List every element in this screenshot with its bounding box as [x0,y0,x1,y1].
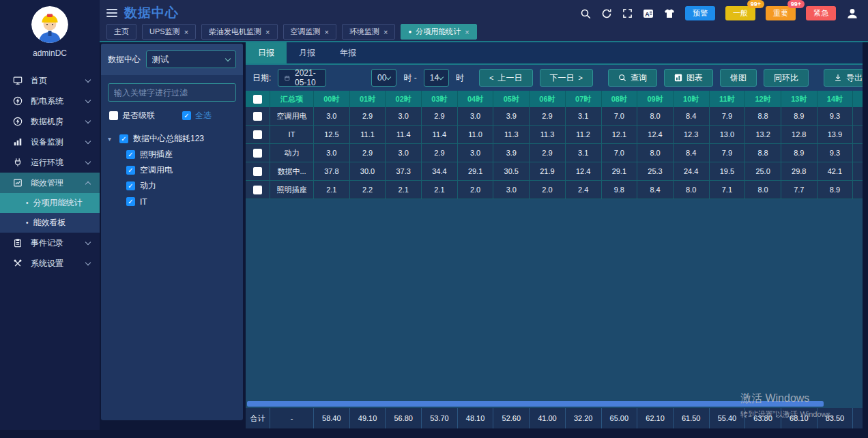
cell-value: 2.1 [422,181,458,199]
tree-checkbox[interactable]: ✓ [126,197,135,206]
total-value: 32.20 [566,408,602,428]
table-row: 动力3.02.93.02.93.03.92.93.17.08.08.47.98.… [246,144,863,162]
row-checkbox[interactable] [253,186,262,194]
sidebar-item-label: 首页 [31,75,86,87]
header-tab-2[interactable]: UPS监测× [142,24,196,40]
cell-value: 12.4 [637,126,674,144]
table-row: 照明插座2.12.22.12.12.03.02.02.49.88.48.07.1… [246,181,863,199]
alarm-button-2[interactable]: 一般99+ [725,6,755,20]
tree-node-动力[interactable]: ✓动力 [108,178,243,194]
close-icon[interactable]: × [325,28,329,36]
export-button[interactable]: 导出 [824,69,863,87]
column-header: 13时 [781,91,818,107]
cell-value: 7.0 [602,144,638,162]
sidebar-item-首页[interactable]: 首页 [0,70,100,91]
header-tab-6[interactable]: ●分项用能统计× [401,24,476,40]
row-checkbox[interactable] [253,167,262,176]
sidebar-item-系统设置[interactable]: 系统设置 [0,253,100,274]
sidebar-item-配电系统[interactable]: 配电系统 [0,91,100,111]
report-tab-日报[interactable]: 日报 [246,42,287,63]
report-tab-月报[interactable]: 月报 [287,42,328,63]
caret-down-icon[interactable]: ▾ [108,135,115,143]
tree-filter-input[interactable] [108,83,236,102]
row-name: IT [270,126,314,144]
tree-node-IT[interactable]: ✓IT [108,194,243,209]
cell-value: 8.0 [637,107,674,126]
column-header: 02时 [386,91,422,107]
row-checkbox[interactable] [253,130,262,139]
header-tab-label: UPS监测 [149,27,180,37]
refresh-icon[interactable] [601,8,612,19]
alarm-button-1[interactable]: 预警 [685,6,715,20]
scrollbar-thumb[interactable] [247,401,824,407]
date-picker[interactable]: 2021-05-10 [278,69,326,87]
cell-value [853,181,863,199]
report-tab-年报[interactable]: 年报 [328,42,368,63]
cascade-checkbox[interactable] [109,111,118,120]
total-value: 83.50 [818,408,854,428]
search-icon[interactable] [580,8,591,19]
compare-button[interactable]: 同环比 [764,69,809,87]
header-tab-3[interactable]: 柴油发电机监测× [201,24,277,40]
translate-icon[interactable]: A [643,8,654,19]
tree-checkbox[interactable]: ✓ [126,166,135,175]
tree-node-照明插座[interactable]: ✓照明插座 [108,147,243,162]
select-all-checkbox[interactable]: ✓ [182,111,191,120]
sidebar-item-事件记录[interactable]: 事件记录 [0,233,100,253]
cascade-label: 是否级联 [122,110,155,121]
close-icon[interactable]: × [265,28,270,36]
alarm-button-4[interactable]: 紧急 [806,6,836,20]
sidebar-item-运行环境[interactable]: 运行环境 [0,152,100,173]
cell-value: 21.9 [530,162,566,181]
fullscreen-icon[interactable] [622,8,633,18]
hour-to-select[interactable]: 14 [424,69,449,87]
row-checkbox[interactable] [253,149,262,158]
cell-value: 29.1 [458,162,494,181]
tree-checkbox[interactable]: ✓ [126,181,135,190]
close-icon[interactable]: × [184,28,188,36]
header-tab-5[interactable]: 环境监测× [342,24,395,40]
user-icon[interactable] [846,8,858,20]
cell-value: 3.1 [566,144,602,162]
column-header: 05时 [493,91,530,107]
sidebar-item-数据机房[interactable]: 数据机房 [0,111,100,132]
tree-node-root[interactable]: ▾✓数据中心总能耗123 [108,131,243,147]
total-value [853,408,863,428]
tree-checkbox[interactable]: ✓ [119,134,128,143]
chevron-down-icon [386,74,391,79]
header-tab-4[interactable]: 空调监测× [283,24,336,40]
report-tab-bar: 日报月报年报 [246,42,863,65]
pie-button[interactable]: 饼图 [720,69,757,87]
query-button[interactable]: 查询 [608,69,657,87]
close-icon[interactable]: × [465,28,469,36]
close-icon[interactable]: × [384,28,388,36]
sidebar-subitem-分项用能统计[interactable]: •分项用能统计 [0,193,100,213]
column-header: 10时 [674,91,710,107]
table-row: 空调用电3.02.93.02.93.03.92.93.17.08.08.47.9… [246,107,863,126]
row-checkbox[interactable] [253,95,262,104]
datacenter-select[interactable]: 测试 [146,50,236,68]
row-checkbox[interactable] [253,112,262,121]
sidebar-subitem-能效看板[interactable]: •能效看板 [0,213,100,233]
cell-value: 30.5 [493,162,530,181]
cell-value: 12.8 [781,126,818,144]
tree-node-label: IT [140,197,147,207]
alarm-button-3[interactable]: 重要99+ [766,6,796,20]
header-tab-label: 分项用能统计 [416,27,461,37]
chart-button[interactable]: 图表 [664,69,713,87]
chevron-down-icon [85,117,91,123]
tree-node-空调用电[interactable]: ✓空调用电 [108,162,243,178]
hour-from-select[interactable]: 00 [371,69,396,87]
sidebar-item-能效管理[interactable]: 能效管理 [0,173,100,193]
sidebar-item-设备监测[interactable]: 设备监测 [0,132,100,152]
row-name: 照明插座 [270,181,314,199]
tree-checkbox[interactable]: ✓ [126,150,135,159]
prev-day-button[interactable]: < 上一日 [479,69,532,87]
next-day-button[interactable]: 下一日 > [540,69,593,87]
menu-toggle-icon[interactable] [106,7,117,19]
select-all-label[interactable]: 全选 [195,110,212,121]
theme-icon[interactable] [664,8,675,19]
header-tab-1[interactable]: 主页 [106,24,136,40]
sidebar-item-label: 数据机房 [31,116,86,128]
total-value: 58.40 [314,408,350,428]
